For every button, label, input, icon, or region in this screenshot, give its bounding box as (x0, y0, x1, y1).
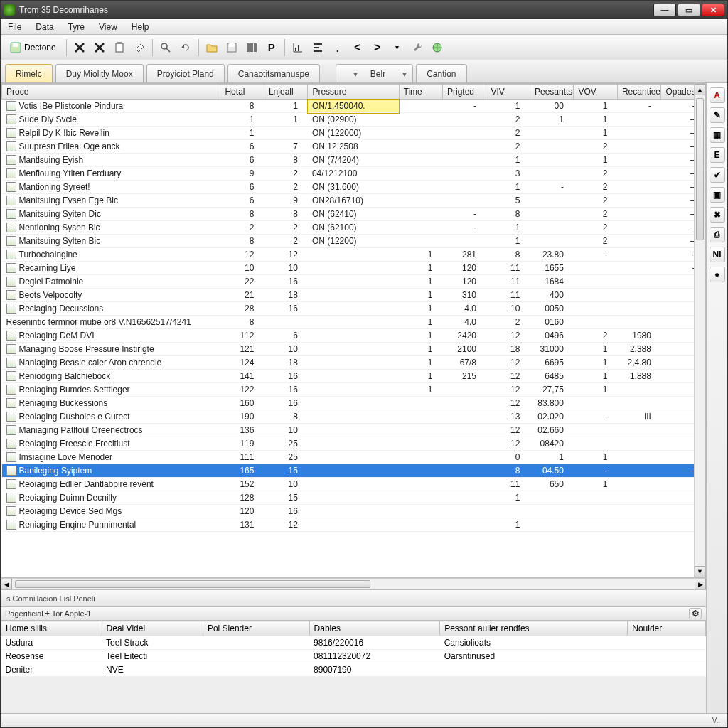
dropdown-button[interactable]: ▾ (388, 38, 407, 57)
column-header[interactable]: Home slills (1, 621, 102, 636)
table-row[interactable]: Reclaging Decussions281614.0100050 (2, 302, 705, 316)
close-button[interactable]: ✕ (702, 4, 724, 16)
column-header[interactable]: Deal Videl (102, 621, 203, 636)
column-header[interactable]: Time (399, 85, 442, 100)
table-row[interactable]: Nentioning Sysen Bic22ON (62100)-12– (2, 221, 705, 235)
column-header[interactable]: Peesantts (530, 85, 573, 100)
menu-tyre[interactable]: Tyre (61, 19, 92, 34)
tab-0[interactable]: Rimelc (5, 64, 53, 82)
column-header[interactable]: Pressure (308, 85, 399, 100)
horizontal-scrollbar[interactable]: ◀ ▶ (1, 578, 706, 589)
maximize-button[interactable]: ▭ (678, 4, 700, 16)
minimize-button[interactable]: — (653, 4, 676, 16)
sidebar-button-4[interactable]: ✔ (710, 167, 725, 183)
table-row[interactable]: ReosenseTeel Eitecti081112320072Oarsntin… (1, 650, 706, 663)
column-header[interactable]: Nouider (628, 621, 706, 636)
sidebar-button-6[interactable]: ✖ (710, 207, 725, 223)
save-button[interactable] (223, 38, 241, 57)
menu-view[interactable]: View (92, 19, 124, 34)
table-row[interactable]: Turbochaingine12121281823.80-- (2, 248, 705, 262)
table-row[interactable]: Reolaging Ereescle Frecltlust11925120842… (2, 437, 705, 451)
dot-button[interactable]: . (328, 38, 347, 57)
column-header[interactable]: Proce (2, 85, 220, 100)
scroll-right-button[interactable]: ▶ (695, 579, 706, 589)
tab-1[interactable]: Duy Miolitly Moox (55, 64, 144, 82)
table-row[interactable]: Mantioning Syreet!62ON (31.600)1-2– (2, 181, 705, 194)
table-row[interactable]: UsduraTeel Strack9816/220016Cansiolioats (1, 636, 706, 650)
table-row[interactable]: Reoiaging Edller Dantlabpire revent15210… (2, 478, 705, 491)
menu-data[interactable]: Data (28, 19, 60, 34)
p-button[interactable]: P (262, 38, 281, 57)
table-row[interactable]: Reniaging Bumdes Setttieger1221611227,75… (2, 383, 705, 397)
table-row[interactable]: Banileging Syiptem16515804.50-– (2, 464, 705, 478)
scroll-left-button[interactable]: ◀ (1, 579, 12, 589)
column-header[interactable]: Dables (309, 621, 440, 636)
folder-button[interactable] (203, 38, 221, 57)
sidebar-button-2[interactable]: ▦ (710, 127, 725, 143)
column-header[interactable]: Lnjeall (264, 85, 307, 100)
table-row[interactable]: DeniterNVE89007190 (1, 663, 706, 677)
panel-options-button[interactable]: ⚙ (689, 608, 702, 619)
column-header[interactable]: VOV (574, 85, 617, 100)
dectone-button[interactable]: Dectone (4, 38, 63, 57)
scroll-down-button[interactable]: ▼ (695, 566, 705, 577)
eraser-button[interactable] (130, 38, 149, 57)
column-header[interactable]: Pessont auller rendfes (440, 621, 628, 636)
table-row[interactable]: Reoiaging Duimn Decnilly128151 (2, 491, 705, 505)
scroll-up-button[interactable]: ▲ (695, 84, 705, 95)
tab-3[interactable]: Canaotitsmanuspe (228, 64, 320, 82)
redo-button[interactable] (176, 38, 195, 57)
table-row[interactable]: Managing Boose Pressure Instirigte121101… (2, 343, 705, 356)
tab-cantion[interactable]: Cantion (416, 64, 466, 82)
table-row[interactable]: Relpil Dy K Ibic Revellin1ON (122000)21– (2, 127, 705, 140)
column-header[interactable]: Hotal (220, 85, 264, 100)
globe-button[interactable] (428, 38, 446, 57)
table-row[interactable]: Imsiagine Love Menoder11125011 (2, 451, 705, 464)
table-row[interactable]: Menflouing Ytiten Ferduary9204/121210032… (2, 167, 705, 181)
sidebar-button-9[interactable]: ● (710, 267, 725, 282)
table-row[interactable]: Reolaging DeM DVI11261242012049621980 (2, 329, 705, 343)
scroll-thumb-h[interactable] (15, 580, 370, 588)
sidebar-button-0[interactable]: A (710, 87, 725, 103)
table-row[interactable]: Naniaging Beasle caler Aron chrendle1241… (2, 356, 705, 370)
next-button[interactable]: > (368, 38, 387, 57)
menu-file[interactable]: File (1, 19, 28, 34)
table-row[interactable]: Manitsuing Sylten Bic82ON (12200)12– (2, 235, 705, 248)
table-row[interactable]: Manitsuing Evsen Ege Bic69ON28/16710)52– (2, 194, 705, 208)
main-grid[interactable]: ProceHotalLnjeallPressureTimePrigtedVIVP… (1, 83, 706, 578)
sidebar-button-1[interactable]: ✎ (710, 107, 725, 123)
table-row[interactable]: Reolaging Dusholes e Curect19081302.020-… (2, 410, 705, 424)
sidebar-button-3[interactable]: E (710, 147, 725, 163)
tool-button[interactable] (408, 38, 427, 57)
tab-select[interactable]: ▾Belr▾ (336, 64, 413, 82)
zoom-button[interactable] (156, 38, 175, 57)
prev-button[interactable]: < (348, 38, 367, 57)
table-row[interactable]: Reniaging Buckessions160161283.800 (2, 397, 705, 410)
table-row[interactable]: Reniodging Balchiebock14116121512648511,… (2, 370, 705, 383)
table-row[interactable]: Suupresn Frileal Oge anck67ON 12.250822– (2, 140, 705, 154)
table-row[interactable]: Maniaging Patlfoul Oreenectrocs136101202… (2, 424, 705, 437)
column-header[interactable]: Recantiee (617, 85, 660, 100)
table-row[interactable]: Mantlsuing Eyish68ON (7/4204)11– (2, 154, 705, 167)
table-row[interactable]: Manitsuing Syiten Dic88ON (62410)-82– (2, 208, 705, 221)
sidebar-button-5[interactable]: ▣ (710, 187, 725, 203)
sidebar-button-7[interactable]: ⎙ (710, 227, 725, 242)
delete-x2-button[interactable] (90, 38, 109, 57)
table-row[interactable]: Reniaging Enqine Punnimental131121 (2, 518, 705, 532)
table-row[interactable]: Recarning Liye10101120111655- (2, 262, 705, 275)
table-row[interactable]: Resenintic termnor mube or8 V.N16562517/… (2, 316, 705, 329)
table-row[interactable]: Deglel Patmoinie22161120111684 (2, 275, 705, 289)
clipboard-button[interactable] (110, 38, 129, 57)
chart-button[interactable] (289, 38, 307, 57)
vertical-scrollbar[interactable]: ▲ ▼ (694, 84, 705, 577)
titlebar[interactable]: Trom 35 Decomrihanes — ▭ ✕ (1, 1, 727, 19)
column-header[interactable]: Prigted (443, 85, 486, 100)
table-row[interactable]: Sude Diy Svcle11ON (02900)211– (2, 113, 705, 127)
scroll-thumb[interactable] (696, 98, 704, 240)
tab-2[interactable]: Proyiciot Pland (146, 64, 225, 82)
align-button[interactable] (309, 38, 327, 57)
delete-x1-button[interactable] (70, 38, 89, 57)
bottom-grid[interactable]: Home slillsDeal VidelPol SienderDablesPe… (1, 621, 706, 677)
column-header[interactable]: Pol Siender (203, 621, 309, 636)
table-row[interactable]: Beots Velpocolty2118131011400 (2, 289, 705, 302)
